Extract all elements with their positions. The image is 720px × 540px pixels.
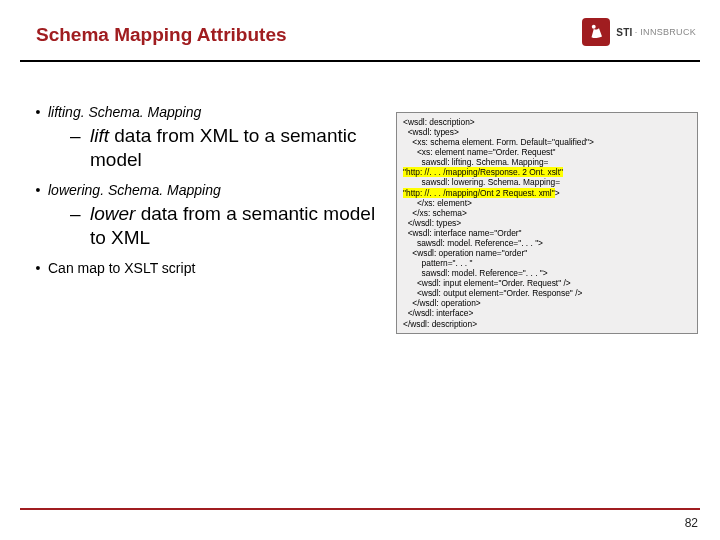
code-line: sawsdl: model. Reference=". . . ">: [403, 238, 543, 248]
subbullet-1-text: lift data from XML to a semantic model: [90, 124, 384, 172]
body: • lifting. Schema. Mapping – lift data f…: [28, 102, 384, 280]
code-line: <xs: element name="Order. Request": [403, 147, 556, 157]
code-line: sawsdl: lowering. Schema. Mapping= "http…: [403, 177, 560, 197]
subbullet-2-text: lower data from a semantic model to XML: [90, 202, 384, 250]
bullet-3: • Can map to XSLT script: [28, 258, 384, 278]
code-line: </xs: schema>: [403, 208, 467, 218]
code-line: <wsdl: operation name="order": [403, 248, 527, 258]
subbullet-1-ital: lift: [90, 125, 109, 146]
code-line: </xs: element>: [403, 198, 472, 208]
title-rule: [20, 60, 700, 62]
bullet-dot-icon: •: [28, 102, 48, 122]
dash-icon: –: [70, 124, 90, 172]
code-line: sawsdl: lifting. Schema. Mapping= "http:…: [403, 157, 563, 177]
code-line: <wsdl: description>: [403, 117, 475, 127]
code-line: </wsdl: operation>: [403, 298, 481, 308]
bullet-3-text: Can map to XSLT script: [48, 258, 384, 278]
page-number: 82: [685, 516, 698, 530]
bullet-1-text: lifting. Schema. Mapping: [48, 102, 384, 122]
code-line: </wsdl: interface>: [403, 308, 473, 318]
code-frag: >: [555, 188, 560, 198]
svg-point-0: [592, 25, 596, 29]
footer-rule: [20, 508, 700, 510]
code-line: </wsdl: description>: [403, 319, 477, 329]
logo-sub: · INNSBRUCK: [635, 27, 696, 37]
dash-icon: –: [70, 202, 90, 250]
bullet-2-text: lowering. Schema. Mapping: [48, 180, 384, 200]
code-box: <wsdl: description> <wsdl: types> <xs: s…: [396, 112, 698, 334]
code-line: <wsdl: types>: [403, 127, 459, 137]
logo-sub-text: INNSBRUCK: [640, 27, 696, 37]
bullet-1: • lifting. Schema. Mapping: [28, 102, 384, 122]
subbullet-1: – lift data from XML to a semantic model: [70, 124, 384, 172]
logo: STI · INNSBRUCK: [582, 18, 696, 46]
logo-brand: STI: [616, 27, 632, 38]
code-pre: <wsdl: description> <wsdl: types> <xs: s…: [403, 117, 691, 329]
code-line: <wsdl: interface name="Order": [403, 228, 522, 238]
bullet-dot-icon: •: [28, 258, 48, 278]
code-frag: sawsdl: lowering. Schema. Mapping=: [403, 177, 560, 187]
bullet-2: • lowering. Schema. Mapping: [28, 180, 384, 200]
code-line: pattern=". . . ": [403, 258, 473, 268]
subbullet-2-ital: lower: [90, 203, 135, 224]
code-highlight: "http: //. . . /mapping/Response. 2 Ont.…: [403, 167, 563, 177]
subbullet-1-rest: data from XML to a semantic model: [90, 125, 356, 170]
logo-mark-icon: [582, 18, 610, 46]
subbullet-2: – lower data from a semantic model to XM…: [70, 202, 384, 250]
code-line: <wsdl: input element="Order. Request" />: [403, 278, 571, 288]
code-frag: sawsdl: lifting. Schema. Mapping=: [403, 157, 548, 167]
code-line: <wsdl: output element="Order. Response" …: [403, 288, 582, 298]
slide: Schema Mapping Attributes STI · INNSBRUC…: [0, 0, 720, 540]
code-highlight: "http: //. . . /mapping/Ont 2 Request. x…: [403, 188, 555, 198]
code-line: <xs: schema element. Form. Default="qual…: [403, 137, 594, 147]
bullet-dot-icon: •: [28, 180, 48, 200]
code-line: sawsdl: model. Reference=". . . ">: [403, 268, 548, 278]
code-line: </wsdl: types>: [403, 218, 461, 228]
